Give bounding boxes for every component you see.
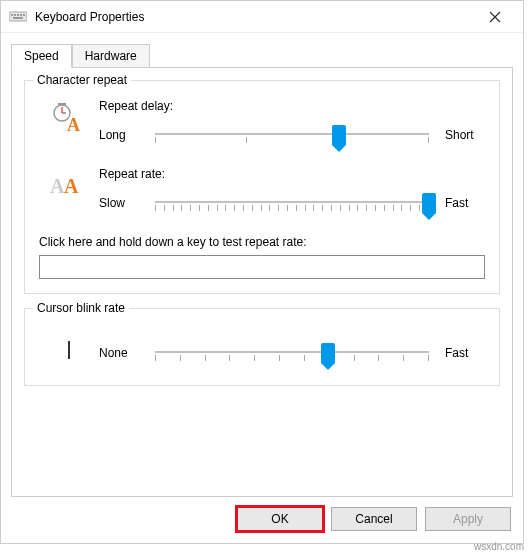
svg-rect-4 [20, 14, 22, 16]
svg-rect-12 [58, 103, 66, 105]
cursor-blink-right-label: Fast [435, 346, 485, 360]
repeat-delay-row: A Repeat delay: Long Short [39, 99, 485, 147]
cancel-button[interactable]: Cancel [331, 507, 417, 531]
svg-text:A: A [64, 175, 79, 197]
repeat-rate-row: A A Repeat rate: Slow [39, 167, 485, 215]
repeat-delay-slider[interactable] [155, 123, 429, 147]
cursor-blink-left-label: None [99, 346, 149, 360]
repeat-rate-icon: A A [39, 167, 99, 197]
svg-rect-6 [13, 17, 23, 19]
keyboard-icon [9, 10, 27, 24]
test-label: Click here and hold down a key to test r… [39, 235, 485, 249]
watermark: wsxdn.com [474, 541, 524, 552]
svg-rect-5 [23, 14, 25, 16]
cursor-blink-thumb[interactable] [321, 343, 335, 363]
svg-rect-1 [11, 14, 13, 16]
test-area: Click here and hold down a key to test r… [39, 235, 485, 279]
svg-text:A: A [50, 175, 65, 197]
tab-hardware[interactable]: Hardware [72, 44, 150, 68]
close-icon [489, 11, 501, 23]
repeat-rate-left-label: Slow [99, 196, 149, 210]
character-repeat-title: Character repeat [33, 73, 131, 87]
repeat-rate-slider[interactable] [155, 191, 429, 215]
svg-rect-0 [9, 12, 27, 21]
cursor-blink-icon [39, 327, 99, 359]
repeat-rate-right-label: Fast [435, 196, 485, 210]
repeat-delay-thumb[interactable] [332, 125, 346, 145]
repeat-rate-thumb[interactable] [422, 193, 436, 213]
svg-text:A: A [67, 115, 80, 133]
cursor-blink-group: Cursor blink rate None [24, 308, 500, 386]
repeat-rate-label: Repeat rate: [99, 167, 485, 181]
repeat-delay-icon: A [39, 99, 99, 133]
repeat-delay-label: Repeat delay: [99, 99, 485, 113]
titlebar: Keyboard Properties [1, 1, 523, 33]
cursor-blink-title: Cursor blink rate [33, 301, 129, 315]
test-input[interactable] [39, 255, 485, 279]
ok-button[interactable]: OK [237, 507, 323, 531]
window-title: Keyboard Properties [35, 10, 475, 24]
tab-speed[interactable]: Speed [11, 44, 72, 68]
close-button[interactable] [475, 2, 515, 32]
cursor-blink-slider[interactable] [155, 341, 429, 365]
tab-row: Speed Hardware [11, 44, 513, 68]
apply-button[interactable]: Apply [425, 507, 511, 531]
svg-rect-3 [17, 14, 19, 16]
tab-panel-speed: Character repeat A Repeat delay: [11, 67, 513, 497]
dialog-buttons: OK Cancel Apply [1, 497, 523, 543]
repeat-delay-right-label: Short [435, 128, 485, 142]
keyboard-properties-dialog: Keyboard Properties Speed Hardware Chara… [0, 0, 524, 544]
repeat-delay-left-label: Long [99, 128, 149, 142]
character-repeat-group: Character repeat A Repeat delay: [24, 80, 500, 294]
tabs-container: Speed Hardware Character repeat A [1, 33, 523, 497]
svg-rect-2 [14, 14, 16, 16]
